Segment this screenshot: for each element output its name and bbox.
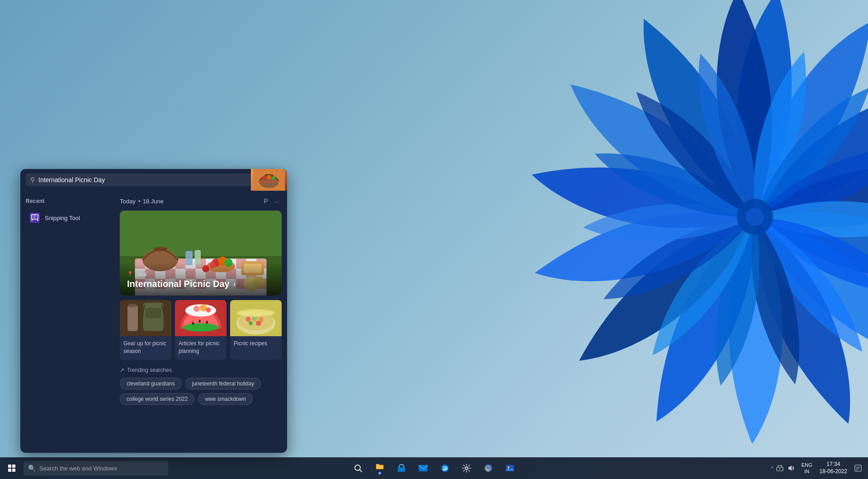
taskbar-search-button[interactable] [348, 458, 368, 478]
taskbar-settings[interactable] [457, 458, 476, 478]
search-panel: ⚲ International Picnic Day Rec [20, 169, 287, 453]
svg-rect-55 [146, 308, 161, 318]
recipes-card-label: Picnic recipes [230, 336, 282, 352]
active-indicator [378, 472, 381, 474]
gear-card-label: Gear up for picnic season [120, 336, 171, 360]
main-news-card[interactable]: 📍 Local International Picnic Day › [120, 211, 282, 296]
gear-card-image [120, 300, 171, 336]
notification-icon[interactable] [852, 462, 864, 474]
trending-section: ↗ Trending searches cleveland guardians … [120, 367, 282, 405]
trending-tags: cleveland guardians juneteenth federal h… [120, 378, 280, 405]
svg-point-64 [206, 307, 211, 312]
tray-expand-icon[interactable]: ^ [771, 466, 774, 471]
svg-point-85 [508, 466, 509, 468]
taskbar-mail[interactable] [413, 458, 433, 478]
recent-item-snipping-tool[interactable]: Snipping Tool [26, 210, 114, 226]
system-clock[interactable]: 17:34 18-06-2022 [816, 461, 851, 475]
svg-rect-88 [855, 465, 861, 471]
svg-point-83 [487, 467, 490, 470]
card-location: 📍 Local [127, 271, 274, 277]
svg-rect-77 [398, 467, 405, 472]
network-icon[interactable] [775, 464, 784, 473]
articles-card-label: Articles for picnic planning [175, 336, 226, 360]
svg-point-63 [200, 304, 207, 311]
snipping-tool-icon [29, 212, 40, 223]
taskbar-search-icon: 🔍 [28, 465, 36, 472]
today-label: Today [120, 198, 136, 205]
today-date: Today 18 June [120, 198, 164, 205]
clock-time-display: 17:34 [826, 461, 840, 468]
more-options-btn[interactable]: ··· [272, 196, 282, 206]
svg-point-6 [263, 176, 266, 180]
articles-card-image [175, 300, 226, 336]
trending-tag-2[interactable]: college world series 2022 [120, 393, 194, 405]
sub-card-gear[interactable]: Gear up for picnic season [120, 300, 171, 360]
lang-code: ENG [802, 462, 812, 468]
svg-point-68 [245, 317, 250, 322]
svg-rect-53 [128, 304, 137, 307]
svg-point-7 [267, 175, 271, 179]
svg-point-74 [238, 310, 274, 316]
taskbar-center-icons [348, 458, 520, 478]
today-date-value: 18 June [143, 198, 164, 205]
trending-tag-3[interactable]: wwe smackdown [198, 393, 253, 405]
trending-tag-0[interactable]: cleveland guardians [120, 378, 182, 390]
panel-left: Recent Snipping Tool [20, 191, 120, 453]
sub-card-articles[interactable]: Articles for picnic planning [175, 300, 226, 360]
taskbar-photos[interactable] [500, 458, 520, 478]
location-pin-icon: 📍 [127, 271, 133, 277]
taskbar-search-placeholder: Search the web and Windows [39, 465, 117, 472]
search-box-icon: ⚲ [30, 176, 35, 183]
trending-header: ↗ Trending searches [120, 367, 280, 373]
lang-region: IN [804, 468, 809, 474]
svg-rect-52 [127, 305, 138, 331]
svg-rect-5 [259, 181, 279, 183]
trending-icon: ↗ [120, 367, 124, 373]
svg-point-8 [272, 176, 275, 180]
taskbar-file-explorer[interactable] [370, 458, 390, 478]
taskbar-search-box[interactable]: 🔍 Search the web and Windows [24, 461, 168, 475]
main-card-overlay: 📍 Local International Picnic Day › [120, 262, 282, 296]
header-thumbnail [251, 169, 287, 191]
panel-body: Recent Snipping Tool [20, 191, 287, 453]
taskbar-right: ^ ENG IN 17:34 18-06-202 [769, 457, 868, 479]
wallpaper-flower [280, 0, 868, 474]
today-header: Today 18 June P ··· [120, 196, 282, 206]
svg-point-71 [249, 321, 253, 325]
svg-line-76 [360, 470, 362, 472]
card-title: International Picnic Day › [127, 279, 274, 289]
svg-point-62 [193, 306, 200, 312]
search-box[interactable]: ⚲ International Picnic Day [26, 174, 282, 186]
svg-rect-9 [32, 215, 38, 219]
panel-right: Today 18 June P ··· [120, 191, 287, 453]
taskbar-edge[interactable] [435, 458, 455, 478]
volume-icon[interactable] [786, 464, 795, 473]
start-button[interactable] [2, 458, 22, 478]
svg-point-1 [746, 208, 764, 226]
clock-date-display: 18-06-2022 [820, 468, 847, 475]
today-actions: P ··· [264, 196, 282, 206]
taskbar: 🔍 Search the web and Windows [0, 457, 868, 479]
recipes-card-image [230, 300, 282, 336]
svg-point-57 [183, 323, 219, 331]
sub-cards-row: Gear up for picnic season [120, 300, 282, 360]
taskbar-store[interactable] [392, 458, 411, 478]
search-query-text: International Picnic Day [38, 176, 277, 183]
pin-icon[interactable]: P [264, 197, 268, 205]
taskbar-chrome[interactable] [478, 458, 498, 478]
svg-point-80 [465, 467, 468, 470]
trending-label: Trending searches [127, 367, 172, 373]
system-tray: ^ [769, 464, 798, 473]
trending-tag-1[interactable]: juneteenth federal holiday [185, 378, 261, 390]
date-separator [138, 200, 140, 202]
language-indicator[interactable]: ENG IN [799, 462, 815, 475]
svg-point-38 [153, 247, 167, 251]
search-header: ⚲ International Picnic Day [20, 169, 287, 191]
snipping-tool-label: Snipping Tool [45, 215, 80, 221]
recent-label: Recent [26, 198, 114, 204]
card-arrow-icon: › [233, 280, 236, 288]
windows-logo-icon [8, 465, 15, 472]
sub-card-recipes[interactable]: Picnic recipes [230, 300, 282, 360]
